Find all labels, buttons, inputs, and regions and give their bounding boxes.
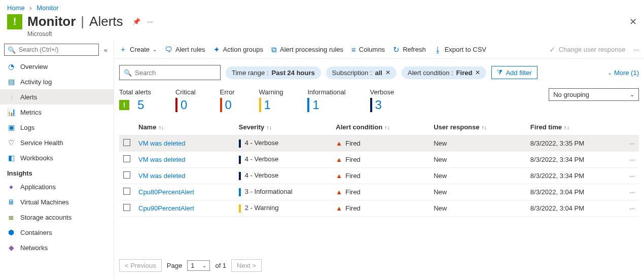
response-text: New bbox=[430, 200, 526, 217]
sidebar-item-virtual-machines[interactable]: 🖥Virtual Machines bbox=[0, 194, 114, 210]
export-button[interactable]: ⭳ Export to CSV bbox=[434, 45, 486, 54]
sidebar-item-storage-accounts[interactable]: ≣Storage accounts bbox=[0, 210, 114, 225]
refresh-icon: ↻ bbox=[393, 45, 400, 54]
filter-row: 🔍 Time range : Past 24 hours Subscriptio… bbox=[114, 59, 644, 84]
sidebar-item-label: Virtual Machines bbox=[20, 198, 69, 206]
processing-rules-button[interactable]: ⧉ Alert processing rules bbox=[271, 45, 343, 54]
table-row[interactable]: Cpu80PercentAlert3 - Informational▲Fired… bbox=[119, 184, 639, 200]
prev-page-button[interactable]: < Previous bbox=[119, 259, 162, 272]
filter-pill-condition[interactable]: Alert condition : Fired ✕ bbox=[402, 66, 486, 79]
alert-rules-button[interactable]: 🗨 Alert rules bbox=[165, 45, 205, 54]
row-checkbox[interactable] bbox=[123, 139, 130, 146]
condition-text: Fired bbox=[345, 172, 361, 180]
alert-name-link[interactable]: Cpu90PercentAlert bbox=[138, 204, 194, 212]
pin-icon[interactable]: 📌 bbox=[132, 18, 140, 25]
toolbar-more-icon[interactable]: ··· bbox=[633, 46, 639, 53]
col-fired[interactable]: Fired time↑↓ bbox=[526, 119, 624, 135]
sidebar-item-networks[interactable]: ◆Networks bbox=[0, 240, 114, 255]
severity-swatch bbox=[239, 140, 241, 148]
clear-filter-icon[interactable]: ✕ bbox=[385, 69, 390, 76]
refresh-button[interactable]: ↻ Refresh bbox=[393, 45, 426, 54]
close-icon[interactable]: ✕ bbox=[629, 16, 637, 27]
sidebar-item-alerts[interactable]: ❕Alerts bbox=[0, 89, 114, 104]
clear-filter-icon[interactable]: ✕ bbox=[475, 69, 480, 76]
stat-warning[interactable]: Warning 1 bbox=[259, 88, 283, 112]
row-more-icon[interactable]: ··· bbox=[624, 200, 639, 217]
breadcrumb-current[interactable]: Monitor bbox=[37, 4, 58, 12]
col-severity[interactable]: Severity↑↓ bbox=[235, 119, 332, 135]
sidebar-item-overview[interactable]: ◔Overview bbox=[0, 59, 114, 74]
stat-informational[interactable]: Informational 1 bbox=[307, 88, 345, 112]
filter-pill-time[interactable]: Time range : Past 24 hours bbox=[226, 66, 321, 79]
sidebar-item-metrics[interactable]: 📊Metrics bbox=[0, 104, 114, 120]
warning-triangle-icon: ▲ bbox=[336, 172, 342, 180]
alert-name-link[interactable]: VM was deleted bbox=[138, 156, 186, 163]
sidebar-item-activity-log[interactable]: ▤Activity log bbox=[0, 74, 114, 89]
sidebar-item-label: Workbooks bbox=[20, 154, 53, 162]
page-select[interactable]: 1⌄ bbox=[187, 260, 210, 271]
alert-name-link[interactable]: Cpu80PercentAlert bbox=[138, 188, 194, 196]
sidebar-search[interactable]: 🔍 bbox=[4, 44, 99, 56]
collapse-sidebar-icon[interactable]: « bbox=[102, 46, 110, 54]
stat-error[interactable]: Error 0 bbox=[220, 88, 235, 112]
row-more-icon[interactable]: ··· bbox=[624, 184, 639, 200]
col-condition[interactable]: Alert condition↑↓ bbox=[332, 119, 430, 135]
table-row[interactable]: VM was deleted4 - Verbose▲FiredNew8/3/20… bbox=[119, 152, 639, 168]
severity-text: 2 - Warning bbox=[245, 204, 279, 212]
row-checkbox[interactable] bbox=[123, 204, 130, 211]
table-row[interactable]: VM was deleted4 - Verbose▲FiredNew8/3/20… bbox=[119, 135, 639, 152]
col-response[interactable]: User response↑↓ bbox=[430, 119, 526, 135]
row-more-icon[interactable]: ··· bbox=[624, 135, 639, 152]
stat-critical[interactable]: Critical 0 bbox=[175, 88, 196, 112]
next-page-button[interactable]: Next > bbox=[231, 259, 262, 272]
row-more-icon[interactable]: ··· bbox=[624, 168, 639, 184]
sidebar-item-label: Storage accounts bbox=[20, 214, 71, 221]
chevron-down-icon: ⌄ bbox=[202, 263, 206, 268]
table-row[interactable]: VM was deleted4 - Verbose▲FiredNew8/3/20… bbox=[119, 168, 639, 184]
alert-name-link[interactable]: VM was deleted bbox=[138, 172, 186, 180]
columns-button[interactable]: ≡ Columns bbox=[351, 45, 385, 54]
grouping-select[interactable]: No grouping⌄ bbox=[549, 88, 639, 101]
more-menu-icon[interactable]: ··· bbox=[148, 18, 153, 25]
sidebar-icon: ● bbox=[7, 183, 15, 191]
row-checkbox[interactable] bbox=[123, 155, 130, 162]
severity-text: 4 - Verbose bbox=[245, 171, 279, 179]
col-name[interactable]: Name↑↓ bbox=[134, 119, 235, 135]
breadcrumb: Home › Monitor bbox=[0, 0, 644, 14]
create-button[interactable]: ＋ Create ⌄ bbox=[119, 45, 157, 54]
warning-triangle-icon: ▲ bbox=[336, 140, 342, 147]
row-checkbox[interactable] bbox=[123, 171, 130, 179]
org-subtitle: Microsoft bbox=[27, 30, 644, 41]
alert-name-link[interactable]: VM was deleted bbox=[138, 140, 186, 147]
sidebar-item-service-health[interactable]: ♡Service Health bbox=[0, 135, 114, 150]
action-groups-button[interactable]: ✦ Action groups bbox=[213, 45, 264, 54]
sidebar-icon: 📊 bbox=[7, 108, 15, 116]
filter-pill-subscription[interactable]: Subscription : all ✕ bbox=[326, 66, 397, 79]
sidebar-icon: ≣ bbox=[7, 213, 15, 221]
alert-rules-icon: 🗨 bbox=[165, 45, 172, 54]
chevron-right-icon: › bbox=[29, 4, 31, 12]
more-filters-link[interactable]: ⌄ More (1) bbox=[607, 69, 639, 77]
sidebar-item-applications[interactable]: ●Applications bbox=[0, 179, 114, 194]
severity-text: 3 - Informational bbox=[245, 188, 293, 195]
filter-search-input[interactable] bbox=[135, 69, 220, 77]
stat-verbose[interactable]: Verbose 3 bbox=[370, 88, 395, 112]
row-checkbox[interactable] bbox=[123, 188, 130, 195]
sidebar-item-workbooks[interactable]: ◧Workbooks bbox=[0, 150, 114, 165]
row-more-icon[interactable]: ··· bbox=[624, 152, 639, 168]
response-text: New bbox=[430, 168, 526, 184]
fired-time-text: 8/3/2022, 3:34 PM bbox=[526, 152, 624, 168]
add-filter-button[interactable]: ⧩ Add filter bbox=[491, 66, 537, 79]
breadcrumb-home[interactable]: Home bbox=[7, 4, 25, 12]
table-row[interactable]: Cpu90PercentAlert2 - Warning▲FiredNew8/3… bbox=[119, 200, 639, 217]
warning-triangle-icon: ▲ bbox=[336, 204, 342, 212]
sidebar-item-containers[interactable]: ⬢Containers bbox=[0, 225, 114, 240]
filter-search-box[interactable]: 🔍 bbox=[119, 65, 221, 80]
sidebar-search-input[interactable] bbox=[19, 46, 95, 53]
search-icon: 🔍 bbox=[8, 46, 16, 54]
stat-total[interactable]: Total alerts !5 bbox=[119, 88, 151, 112]
sidebar-item-logs[interactable]: ▣Logs bbox=[0, 120, 114, 135]
page-label: Page bbox=[167, 262, 182, 269]
plus-icon: ＋ bbox=[119, 45, 127, 54]
sidebar-item-label: Applications bbox=[20, 183, 56, 191]
